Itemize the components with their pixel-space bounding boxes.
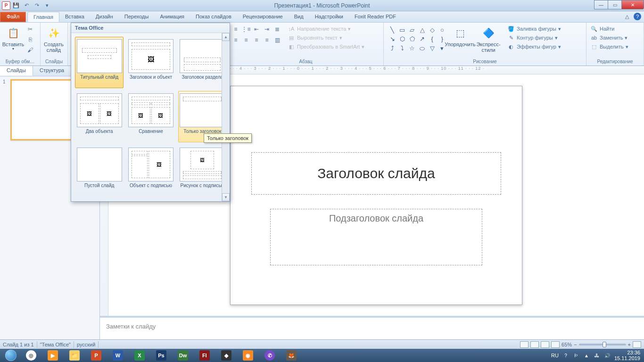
taskbar-dreamweaver[interactable]: Dw <box>173 350 193 361</box>
bullets-icon[interactable]: ≡ <box>231 25 240 34</box>
tray-flag-icon[interactable]: 🏳 <box>573 352 579 359</box>
zoom-in-icon[interactable]: + <box>628 342 631 347</box>
taskbar-foxit[interactable]: ◉ <box>238 350 258 361</box>
subtitle-placeholder[interactable]: Подзаголовок слайда <box>270 209 482 265</box>
qat-dropdown-icon[interactable]: ▾ <box>42 1 52 10</box>
align-right-icon[interactable]: ≡ <box>252 35 261 45</box>
redo-icon[interactable]: ↷ <box>32 1 41 10</box>
align-center-icon[interactable]: ≡ <box>241 35 251 45</box>
align-text-button[interactable]: ▤Выровнять текст ▾ <box>287 33 365 42</box>
format-painter-icon[interactable]: 🖌 <box>25 45 35 55</box>
columns-icon[interactable]: ▥ <box>272 35 282 45</box>
tray-network-icon[interactable]: 🖧 <box>594 352 600 359</box>
slide[interactable]: Заголовок слайда Подзаголовок слайда <box>230 86 522 305</box>
layout-item-picture-caption[interactable]: 🖼 Рисунок с подписью <box>178 145 227 197</box>
select-icon: ⬚ <box>590 43 598 50</box>
zoom-slider[interactable] <box>579 344 626 346</box>
tray-volume-icon[interactable]: 🔊 <box>604 352 611 359</box>
save-icon[interactable]: 💾 <box>11 1 21 10</box>
layout-item-comparison[interactable]: 🖼🖼 Сравнение <box>126 91 175 142</box>
align-left-icon[interactable]: ≡ <box>231 35 240 45</box>
taskbar-powerpoint[interactable]: P <box>86 350 107 361</box>
minimize-ribbon-icon[interactable]: △ <box>623 13 631 20</box>
justify-icon[interactable]: ≡ <box>262 35 272 45</box>
reading-view-icon[interactable] <box>541 341 549 348</box>
shape-outline-button[interactable]: ✎Контур фигуры ▾ <box>506 33 562 42</box>
tray-lang[interactable]: RU <box>551 353 559 358</box>
tab-review[interactable]: Рецензирование <box>237 12 289 22</box>
start-button[interactable] <box>2 349 20 362</box>
taskbar-inkscape[interactable]: ◆ <box>216 350 237 361</box>
zoom-level[interactable]: 65% <box>561 342 572 347</box>
taskbar-photoshop[interactable]: Ps <box>151 350 172 361</box>
layout-item-content-caption[interactable]: 🖼 Объект с подписью <box>126 145 175 197</box>
normal-view-icon[interactable] <box>520 341 528 348</box>
tab-slideshow[interactable]: Показ слайдов <box>190 12 237 22</box>
fit-window-icon[interactable] <box>633 341 641 348</box>
tab-home[interactable]: Главная <box>27 12 59 22</box>
taskbar-flash[interactable]: Fl <box>194 350 215 361</box>
numbering-icon[interactable]: ⋮≡ <box>241 25 251 34</box>
tab-insert[interactable]: Вставка <box>59 12 90 22</box>
minimize-button[interactable]: — <box>594 0 608 9</box>
tab-design[interactable]: Дизайн <box>90 12 119 22</box>
layout-item-blank[interactable]: Пустой слайд <box>75 145 124 197</box>
layout-item-two-content[interactable]: 🖼🖼 Два объекта <box>75 91 124 142</box>
app-icon[interactable]: P <box>2 1 10 10</box>
paste-button[interactable]: 📋 Вставить ▾ <box>3 25 24 52</box>
shape-effects-button[interactable]: ◐Эффекты фигур ▾ <box>506 42 562 51</box>
arrange-button[interactable]: ⬚ Упорядочить <box>450 25 471 48</box>
taskbar-excel[interactable]: X <box>129 350 150 361</box>
shapes-gallery[interactable]: ╲▭▱△◇○ ↘⬡⬠↗{} ⤴⤵☆⬭▽▾ <box>387 25 448 54</box>
tab-file[interactable]: Файл <box>0 12 26 22</box>
restore-button[interactable]: ▭ <box>608 0 622 9</box>
help-icon[interactable]: ? <box>634 13 641 20</box>
taskbar-word[interactable]: W <box>107 350 128 361</box>
tab-addins[interactable]: Надстройки <box>309 12 349 22</box>
cut-icon[interactable]: ✂ <box>25 25 35 34</box>
new-slide-icon: ✨ <box>46 25 61 41</box>
text-direction-button[interactable]: ↕AНаправление текста ▾ <box>287 25 365 33</box>
quick-styles-button[interactable]: 🔷 Экспресс-стили <box>472 25 504 54</box>
scroll-down-icon[interactable]: ▼ <box>222 193 230 201</box>
quick-styles-icon: 🔷 <box>481 25 496 41</box>
tray-up-icon[interactable]: ▲ <box>583 352 590 359</box>
scroll-up-icon[interactable]: ▲ <box>222 33 230 41</box>
status-theme: "Тема Office" <box>40 342 71 347</box>
increase-indent-icon[interactable]: ⇥ <box>262 25 272 34</box>
tab-outline-pane[interactable]: Структура <box>33 66 71 76</box>
select-button[interactable]: ⬚Выделить ▾ <box>589 42 629 51</box>
tray-help-icon[interactable]: ? <box>562 352 569 359</box>
title-placeholder[interactable]: Заголовок слайда <box>251 152 501 195</box>
layout-item-title-content[interactable]: 🖼 Заголовок и объект <box>126 37 175 88</box>
close-button[interactable]: ✕ <box>621 0 644 9</box>
zoom-out-icon[interactable]: − <box>574 342 577 347</box>
taskbar-chrome[interactable]: ◎ <box>21 350 41 361</box>
tab-foxit[interactable]: Foxit Reader PDF <box>349 12 402 22</box>
taskbar-viber[interactable]: ✆ <box>259 350 280 361</box>
notes-input[interactable]: Заметки к слайду <box>101 319 643 341</box>
layout-item-title-slide[interactable]: Титульный слайд <box>75 37 124 88</box>
new-slide-button[interactable]: ✨ Создать слайд <box>43 25 64 54</box>
sorter-view-icon[interactable] <box>530 341 539 348</box>
taskbar-mediaplayer[interactable]: ▶ <box>42 350 63 361</box>
convert-smartart-button[interactable]: ◧Преобразовать в SmartArt ▾ <box>287 42 365 51</box>
tab-slides-pane[interactable]: Слайды <box>0 66 33 76</box>
tab-view[interactable]: Вид <box>289 12 309 22</box>
undo-icon[interactable]: ↶ <box>22 1 31 10</box>
layout-item-section-header[interactable]: Заголовок раздела <box>178 37 227 88</box>
tray-clock[interactable]: 23:36 15.11.2019 <box>614 350 640 361</box>
find-button[interactable]: 🔍Найти <box>589 25 629 33</box>
slideshow-view-icon[interactable] <box>551 341 560 348</box>
decrease-indent-icon[interactable]: ⇤ <box>252 25 261 34</box>
shape-fill-button[interactable]: 🪣Заливка фигуры ▾ <box>506 25 562 33</box>
status-language[interactable]: русский <box>77 342 95 347</box>
taskbar-gimp[interactable]: 🦊 <box>281 350 302 361</box>
gallery-scrollbar[interactable]: ▲ ▼ <box>222 33 230 201</box>
replace-button[interactable]: abЗаменить ▾ <box>589 33 629 42</box>
tab-animations[interactable]: Анимация <box>154 12 190 22</box>
line-spacing-icon[interactable]: ≣ <box>272 25 282 34</box>
tab-transitions[interactable]: Переходы <box>119 12 155 22</box>
copy-icon[interactable]: ⎘ <box>25 35 35 44</box>
taskbar-explorer[interactable]: 📁 <box>64 350 85 361</box>
